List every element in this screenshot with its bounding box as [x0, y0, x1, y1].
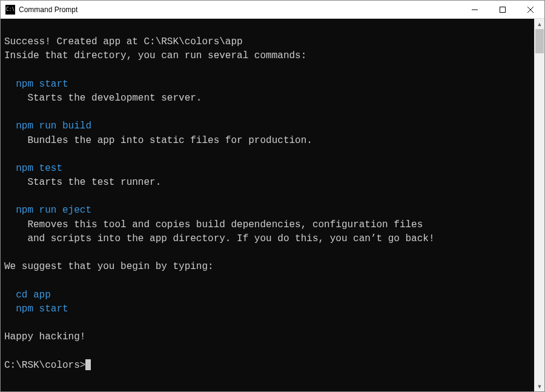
- blank-line: [4, 148, 530, 162]
- blank-line: [4, 274, 530, 288]
- happy-line: Happy hacking!: [4, 330, 530, 344]
- blank-line: [4, 64, 530, 78]
- cmd-name: npm run build: [4, 119, 91, 133]
- titlebar: C:\ Command Prompt: [1, 1, 544, 19]
- cmd-desc: Removes this tool and copies build depen…: [4, 218, 530, 232]
- cmd-desc: Starts the test runner.: [4, 176, 530, 190]
- minimize-button[interactable]: [461, 1, 489, 18]
- svg-rect-1: [500, 7, 506, 12]
- cmd-desc: and scripts into the app directory. If y…: [4, 232, 530, 246]
- cmd-name: npm start: [4, 78, 68, 91]
- scroll-down-arrow-icon[interactable]: ▼: [535, 381, 544, 391]
- terminal-output[interactable]: Success! Created app at C:\RSK\colors\ap…: [1, 19, 534, 391]
- blank-line: [4, 316, 530, 330]
- cmd-block: npm run eject: [4, 204, 530, 218]
- maximize-button[interactable]: [489, 1, 517, 18]
- cmd-icon: C:\: [5, 5, 15, 15]
- cmd-desc: Starts the development server.: [4, 91, 530, 105]
- cmd-block: npm run build: [4, 119, 530, 133]
- blank-line: [4, 190, 530, 204]
- prompt-line: C:\RSK\colors>: [4, 359, 530, 373]
- blank-line: [4, 246, 530, 260]
- cmd-name: npm run eject: [4, 204, 91, 218]
- scroll-up-arrow-icon[interactable]: ▲: [535, 19, 544, 29]
- cmd-desc: Bundles the app into static files for pr…: [4, 134, 530, 148]
- success-line: Success! Created app at C:\RSK\colors\ap…: [4, 35, 530, 49]
- cmd-block: npm start: [4, 78, 530, 91]
- inside-line: Inside that directory, you can run sever…: [4, 49, 530, 63]
- window-title: Command Prompt: [19, 5, 461, 14]
- scrollbar-thumb[interactable]: [535, 29, 544, 53]
- blank-line: [4, 105, 530, 119]
- suggest-cmd: cd app: [4, 288, 530, 302]
- vertical-scrollbar[interactable]: ▲ ▼: [534, 19, 544, 391]
- blank-line: [4, 21, 530, 35]
- cmd-name: npm test: [4, 162, 62, 176]
- cursor-icon: [85, 359, 91, 370]
- window-controls: [461, 1, 544, 18]
- suggest-line: We suggest that you begin by typing:: [4, 260, 530, 274]
- blank-line: [4, 344, 530, 358]
- cmd-block: npm test: [4, 162, 530, 176]
- suggest-cmd: npm start: [4, 302, 530, 316]
- close-button[interactable]: [517, 1, 544, 18]
